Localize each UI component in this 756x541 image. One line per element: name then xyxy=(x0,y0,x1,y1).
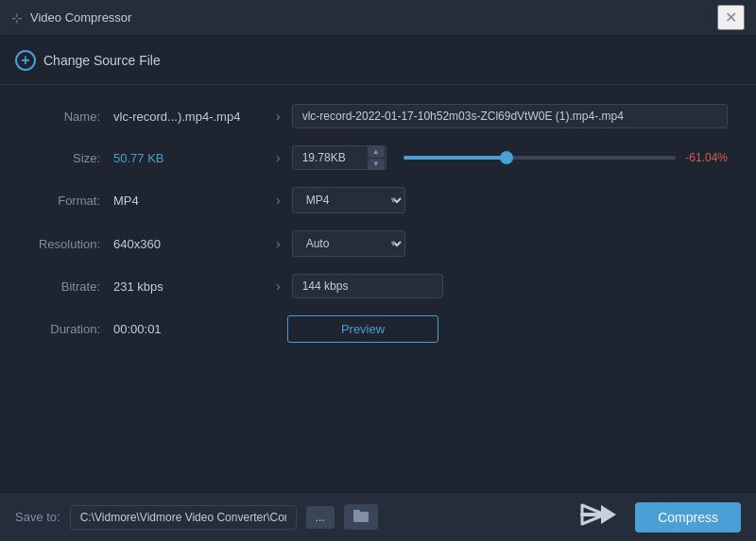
arrow-right-icon xyxy=(580,501,618,533)
resolution-source-value: 640x360 xyxy=(113,237,265,251)
duration-row: Duration: 00:00:01 Preview xyxy=(28,315,728,343)
size-source-value: 50.77 KB xyxy=(113,151,265,165)
title-bar-icon: ⊹ xyxy=(11,10,23,25)
title-bar-left: ⊹ Video Compressor xyxy=(11,10,131,25)
format-source-value: MP4 xyxy=(113,194,265,208)
preview-button[interactable]: Preview xyxy=(287,315,438,343)
format-label: Format: xyxy=(28,194,113,208)
content-area: Name: vlc-record...).mp4-.mp4 › vlc-reco… xyxy=(0,85,756,379)
duration-value: 00:00:01 xyxy=(113,322,265,336)
bitrate-arrow-icon: › xyxy=(276,279,281,294)
size-slider-track[interactable] xyxy=(404,156,677,160)
close-button[interactable]: ✕ xyxy=(717,5,745,30)
spinner-down-button[interactable]: ▼ xyxy=(368,159,385,170)
size-slider-container: -61.04% xyxy=(404,151,728,164)
resolution-select[interactable]: Auto 640x360 1280x720 1920x1080 xyxy=(292,230,405,257)
size-arrow-icon: › xyxy=(276,150,281,165)
folder-button[interactable] xyxy=(344,504,378,530)
name-label: Name: xyxy=(28,110,113,124)
save-to-label: Save to: xyxy=(15,510,60,524)
svg-marker-4 xyxy=(601,505,616,524)
bitrate-row: Bitrate: 231 kbps › xyxy=(28,274,728,298)
arrow-right-svg xyxy=(580,501,618,528)
toolbar: + Change Source File xyxy=(0,36,756,85)
bitrate-target xyxy=(292,274,728,298)
path-browse-button[interactable]: ... xyxy=(306,506,335,529)
format-select[interactable]: MP4 AVI MOV MKV WMV xyxy=(292,187,405,213)
resolution-select-wrapper: Auto 640x360 1280x720 1920x1080 xyxy=(292,230,405,257)
spinner-buttons: ▲ ▼ xyxy=(368,146,385,170)
name-arrow-icon: › xyxy=(276,109,281,124)
format-row: Format: MP4 › MP4 AVI MOV MKV WMV xyxy=(28,187,728,213)
size-row: Size: 50.77 KB › ▲ ▼ -61.04% xyxy=(28,145,728,170)
compress-button[interactable]: Compress xyxy=(635,502,741,533)
size-percent-label: -61.04% xyxy=(685,151,728,164)
change-source-label: Change Source File xyxy=(43,53,161,68)
duration-label: Duration: xyxy=(28,322,113,336)
svg-rect-0 xyxy=(353,512,369,522)
resolution-arrow-icon: › xyxy=(276,236,281,251)
size-slider-fill xyxy=(404,156,507,160)
duration-target: Preview xyxy=(287,315,728,343)
svg-rect-1 xyxy=(353,510,360,513)
title-bar-title: Video Compressor xyxy=(30,10,131,25)
resolution-target: Auto 640x360 1280x720 1920x1080 xyxy=(292,230,728,257)
save-path-input[interactable] xyxy=(70,505,297,530)
size-slider-thumb[interactable] xyxy=(500,151,513,164)
size-target: ▲ ▼ -61.04% xyxy=(292,145,728,170)
name-source-value: vlc-record...).mp4-.mp4 xyxy=(113,110,265,124)
format-arrow-icon: › xyxy=(276,193,281,208)
format-target: MP4 AVI MOV MKV WMV xyxy=(292,187,728,213)
size-input-wrapper: ▲ ▼ xyxy=(292,145,387,170)
change-source-button[interactable]: + Change Source File xyxy=(15,50,161,71)
format-select-wrapper: MP4 AVI MOV MKV WMV xyxy=(292,187,405,213)
title-bar: ⊹ Video Compressor ✕ xyxy=(0,0,756,36)
resolution-row: Resolution: 640x360 › Auto 640x360 1280x… xyxy=(28,230,728,257)
plus-icon: + xyxy=(15,50,36,71)
size-label: Size: xyxy=(28,151,113,165)
resolution-label: Resolution: xyxy=(28,237,113,251)
folder-icon xyxy=(353,509,369,522)
bitrate-source-value: 231 kbps xyxy=(113,279,265,294)
bottom-bar: Save to: ... Compress xyxy=(0,492,756,541)
bitrate-input[interactable] xyxy=(292,274,443,298)
name-row: Name: vlc-record...).mp4-.mp4 › vlc-reco… xyxy=(28,104,728,128)
name-target: vlc-record-2022-01-17-10h52m03s-ZCl69dVt… xyxy=(292,104,728,128)
spinner-up-button[interactable]: ▲ xyxy=(368,146,385,158)
bitrate-label: Bitrate: xyxy=(28,279,113,294)
name-target-box: vlc-record-2022-01-17-10h52m03s-ZCl69dVt… xyxy=(292,104,728,128)
